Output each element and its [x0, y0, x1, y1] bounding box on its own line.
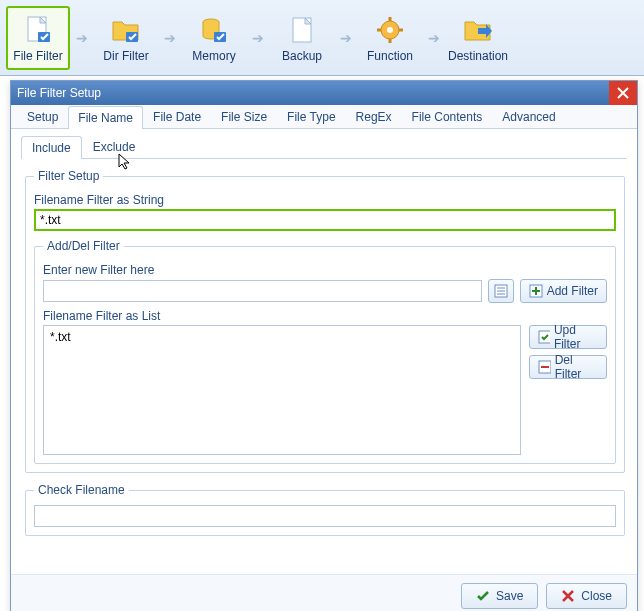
filter-setup-fieldset: Filter Setup Filename Filter as String A… — [25, 169, 625, 473]
close-label: Close — [581, 589, 612, 603]
chevron-right-icon: ➔ — [426, 30, 442, 46]
ribbon-toolbar: File Filter ➔ Dir Filter ➔ Memory ➔ Back… — [0, 0, 644, 76]
check-filename-input[interactable] — [34, 505, 616, 527]
ribbon-label: Dir Filter — [103, 49, 148, 63]
close-button[interactable] — [609, 81, 637, 105]
tab-advanced[interactable]: Advanced — [492, 105, 565, 128]
ribbon-function[interactable]: Function — [358, 6, 422, 70]
check-filename-fieldset: Check Filename — [25, 483, 625, 536]
delete-icon — [538, 360, 551, 374]
dialog-title: File Filter Setup — [17, 86, 631, 100]
ribbon-label: Memory — [192, 49, 235, 63]
tab-file-date[interactable]: File Date — [143, 105, 211, 128]
ribbon-destination[interactable]: Destination — [446, 6, 510, 70]
new-filter-input[interactable] — [43, 280, 482, 302]
ribbon-file-filter[interactable]: File Filter — [6, 6, 70, 70]
browse-button[interactable] — [488, 279, 514, 303]
ribbon-backup[interactable]: Backup — [270, 6, 334, 70]
file-filter-setup-dialog: File Filter Setup Setup File Name File D… — [10, 80, 638, 611]
add-del-legend: Add/Del Filter — [43, 239, 124, 253]
folder-filter-icon — [109, 13, 143, 47]
ribbon-dir-filter[interactable]: Dir Filter — [94, 6, 158, 70]
check-filename-legend: Check Filename — [34, 483, 129, 497]
close-button[interactable]: Close — [546, 583, 627, 609]
update-icon — [538, 330, 550, 344]
ribbon-label: Backup — [282, 49, 322, 63]
close-icon — [617, 87, 629, 99]
chevron-right-icon: ➔ — [162, 30, 178, 46]
svg-point-7 — [387, 27, 393, 33]
document-icon — [285, 13, 319, 47]
list-item[interactable]: *.txt — [50, 330, 514, 344]
add-filter-label: Add Filter — [547, 284, 598, 298]
filter-string-label: Filename Filter as String — [34, 193, 616, 207]
upd-filter-button[interactable]: Upd Filter — [529, 325, 607, 349]
chevron-right-icon: ➔ — [250, 30, 266, 46]
add-del-fieldset: Add/Del Filter Enter new Filter here Add… — [34, 239, 616, 464]
tab-file-type[interactable]: File Type — [277, 105, 345, 128]
svg-rect-19 — [539, 331, 550, 343]
folder-arrow-icon — [461, 13, 495, 47]
x-icon — [561, 589, 575, 603]
database-icon — [197, 13, 231, 47]
del-filter-label: Del Filter — [555, 353, 598, 381]
tab-regex[interactable]: RegEx — [346, 105, 402, 128]
titlebar: File Filter Setup — [11, 81, 637, 105]
enter-filter-label: Enter new Filter here — [43, 263, 607, 277]
ribbon-memory[interactable]: Memory — [182, 6, 246, 70]
filter-string-input[interactable] — [34, 209, 616, 231]
ribbon-label: Destination — [448, 49, 508, 63]
tab-file-size[interactable]: File Size — [211, 105, 277, 128]
upd-filter-label: Upd Filter — [554, 323, 598, 351]
filter-listbox[interactable]: *.txt — [43, 325, 521, 455]
tab-file-contents[interactable]: File Contents — [402, 105, 493, 128]
tab-file-name[interactable]: File Name — [68, 106, 143, 129]
include-exclude-tabs: Include Exclude — [21, 135, 627, 159]
del-filter-button[interactable]: Del Filter — [529, 355, 607, 379]
gear-icon — [373, 13, 407, 47]
file-filter-icon — [21, 13, 55, 47]
add-filter-button[interactable]: Add Filter — [520, 279, 607, 303]
tab-include[interactable]: Include — [21, 136, 82, 159]
ribbon-label: Function — [367, 49, 413, 63]
add-icon — [529, 284, 543, 298]
chevron-right-icon: ➔ — [74, 30, 90, 46]
save-label: Save — [496, 589, 523, 603]
tab-setup[interactable]: Setup — [17, 105, 68, 128]
dialog-footer: Save Close — [11, 574, 637, 611]
check-icon — [476, 589, 490, 603]
save-button[interactable]: Save — [461, 583, 538, 609]
tab-exclude[interactable]: Exclude — [82, 135, 147, 158]
chevron-right-icon: ➔ — [338, 30, 354, 46]
list-icon — [494, 284, 508, 298]
ribbon-label: File Filter — [13, 49, 62, 63]
main-tabs: Setup File Name File Date File Size File… — [11, 105, 637, 129]
filter-setup-legend: Filter Setup — [34, 169, 103, 183]
filter-list-label: Filename Filter as List — [43, 309, 607, 323]
